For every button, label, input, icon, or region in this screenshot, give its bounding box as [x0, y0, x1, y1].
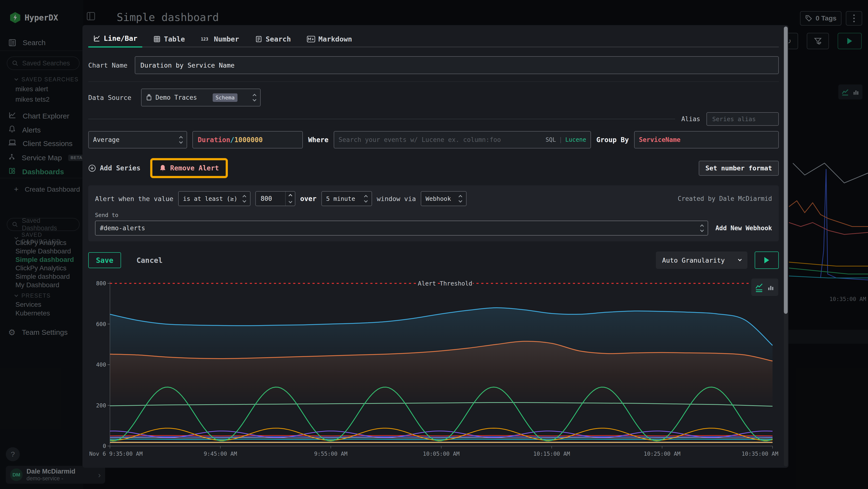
chevron-updown-icon: [253, 94, 256, 101]
tab-number[interactable]: 123Number: [196, 31, 244, 48]
number-stepper[interactable]: [285, 192, 295, 206]
svg-text:10:15:00 AM: 10:15:00 AM: [533, 451, 570, 457]
chevron-updown-icon: [365, 196, 367, 202]
alert-condition-select[interactable]: is at least (≥): [178, 191, 250, 206]
data-source-row: Data Source Demo Traces Schema: [88, 89, 779, 107]
svg-text:600: 600: [96, 321, 106, 327]
annotation-highlight-box: Remove Alert: [150, 158, 228, 178]
edit-chart-modal: Line/BarTable123NumberSearchMarkdown Cha…: [83, 25, 788, 468]
expression-token: Duration: [198, 136, 230, 144]
over-label: over: [300, 195, 316, 203]
lucene-toggle[interactable]: Lucene: [565, 136, 586, 143]
chevron-updown-icon: [180, 137, 182, 143]
database-icon: [146, 94, 152, 101]
alert-threshold-field: [255, 191, 296, 206]
tab-markdown[interactable]: Markdown: [302, 31, 357, 48]
where-search-field[interactable]: SQL | Lucene: [334, 131, 591, 148]
svg-text:10:25:00 AM: 10:25:00 AM: [644, 451, 680, 457]
modal-scrollbar[interactable]: [784, 27, 788, 466]
svg-text:9:45:00 AM: 9:45:00 AM: [204, 451, 237, 457]
lang-separator: |: [559, 136, 562, 143]
bell-icon: [159, 164, 166, 172]
chevron-updown-icon: [243, 196, 246, 202]
aggregate-select[interactable]: Average: [88, 131, 187, 148]
threshold-label: Alert Threshold: [418, 280, 472, 287]
chart-name-label: Chart Name: [88, 62, 128, 69]
alias-label: Alias: [681, 115, 700, 123]
data-source-label: Data Source: [88, 94, 131, 102]
save-button[interactable]: Save: [88, 252, 121, 268]
alert-window-select[interactable]: 5 minute: [321, 191, 372, 206]
scrollbar-thumb[interactable]: [784, 27, 788, 314]
svg-text:800: 800: [96, 280, 106, 287]
alert-threshold-input[interactable]: [256, 195, 285, 202]
chevron-updown-icon: [701, 225, 703, 231]
series-row: Average Duration/1000000 Where SQL | Luc…: [88, 131, 779, 148]
group-by-label: Group By: [596, 136, 629, 144]
tab-label: Number: [214, 35, 239, 43]
number-icon: 123: [201, 36, 211, 42]
add-new-webhook-link[interactable]: Add New Webhook: [715, 225, 772, 232]
line-chart: 0200400600800Nov 6 9:35:00 AM9:45:00 AM9…: [88, 277, 779, 459]
plus-circle-icon: [88, 164, 96, 172]
line-bar-icon: [93, 35, 100, 42]
add-series-button[interactable]: Add Series: [88, 164, 141, 172]
granularity-select[interactable]: Auto Granularity: [656, 252, 747, 269]
alert-channel-select[interactable]: Webhook: [421, 191, 467, 206]
svg-text:0: 0: [103, 443, 106, 449]
svg-text:10:35:00 AM: 10:35:00 AM: [742, 451, 778, 457]
chart-type-toggle[interactable]: [751, 279, 778, 296]
data-source-select[interactable]: Demo Traces Schema: [141, 89, 261, 107]
expression-token: 1000000: [235, 136, 263, 144]
svg-text:200: 200: [96, 402, 106, 409]
alert-prefix-label: Alert when the value: [95, 195, 173, 202]
series-buttons-row: Add Series Remove Alert Set number forma…: [88, 158, 779, 178]
table-icon: [153, 35, 161, 43]
screen: HyperDX Search Saved Searches SAVED SEAR…: [0, 0, 868, 489]
group-by-input[interactable]: ServiceName: [634, 131, 779, 148]
group-by-value: ServiceName: [639, 136, 680, 143]
chart-name-input[interactable]: [135, 56, 779, 74]
play-icon: [764, 257, 769, 263]
stepper-down-icon[interactable]: [288, 200, 292, 203]
preview-chart: 0200400600800Nov 6 9:35:00 AM9:45:00 AM9…: [88, 277, 779, 459]
aggregate-value: Average: [93, 136, 120, 143]
svg-text:10:05:00 AM: 10:05:00 AM: [423, 451, 460, 457]
alias-input[interactable]: [707, 112, 779, 126]
tab-label: Table: [164, 35, 185, 43]
svg-text:Nov 6 9:35:00 AM: Nov 6 9:35:00 AM: [89, 451, 143, 457]
sql-toggle[interactable]: SQL: [546, 136, 556, 143]
created-by-label: Created by Dale McDiarmid: [678, 195, 772, 202]
tab-label: Line/Bar: [104, 34, 137, 42]
tab-line-bar[interactable]: Line/Bar: [88, 31, 142, 48]
expression-token: /: [230, 136, 235, 144]
where-label: Where: [308, 136, 329, 144]
remove-alert-button[interactable]: Remove Alert: [152, 160, 226, 176]
where-search-input[interactable]: [339, 136, 546, 143]
tab-table[interactable]: Table: [149, 31, 190, 48]
set-number-format-button[interactable]: Set number format: [699, 161, 779, 176]
expression-field[interactable]: Duration/1000000: [192, 131, 303, 148]
tab-search[interactable]: Search: [250, 31, 296, 48]
run-query-button[interactable]: [755, 252, 779, 269]
chevron-updown-icon: [459, 196, 462, 202]
svg-text:9:55:00 AM: 9:55:00 AM: [314, 451, 347, 457]
chart-type-tabs: Line/BarTable123NumberSearchMarkdown: [88, 31, 779, 48]
send-to-row: #demo-alerts Add New Webhook: [95, 221, 772, 236]
tab-label: Search: [266, 35, 291, 43]
window-via-label: window via: [377, 195, 416, 202]
search-icon: [255, 35, 262, 43]
line-chart-icon: [755, 282, 764, 292]
chevron-down-icon: [738, 257, 742, 261]
markdown-icon: [307, 36, 315, 42]
schema-badge: Schema: [213, 93, 238, 102]
alias-divider-line: [88, 119, 675, 119]
tab-label: Markdown: [318, 35, 352, 43]
cancel-button[interactable]: Cancel: [136, 256, 162, 264]
stepper-up-icon[interactable]: [288, 194, 292, 198]
section-divider: [88, 81, 779, 82]
bar-chart-icon: [767, 283, 775, 291]
alias-row: Alias: [88, 112, 779, 126]
send-to-select[interactable]: #demo-alerts: [95, 221, 708, 236]
data-source-value: Demo Traces: [156, 94, 197, 101]
